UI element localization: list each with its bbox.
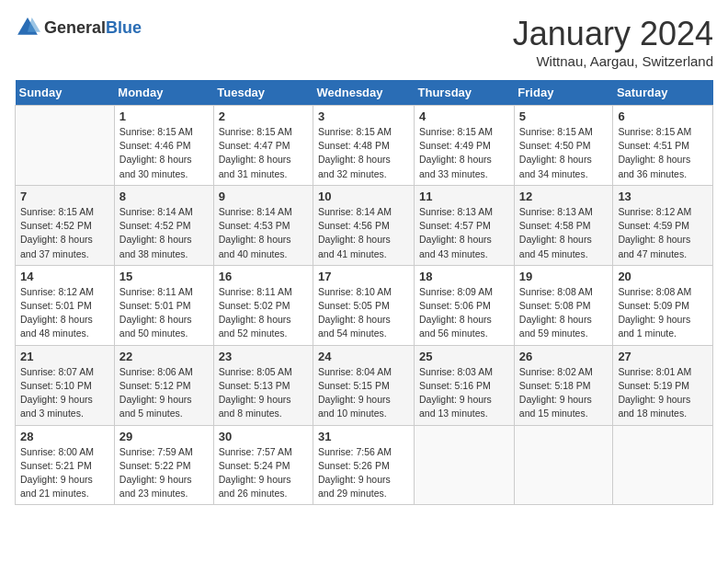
day-info: Sunrise: 7:59 AMSunset: 5:22 PMDaylight:…	[119, 445, 209, 501]
day-number: 1	[119, 109, 209, 123]
day-number: 26	[519, 350, 609, 363]
calendar-cell: 6Sunrise: 8:15 AMSunset: 4:51 PMDaylight…	[613, 106, 713, 186]
calendar-cell	[514, 425, 613, 505]
calendar-cell: 21Sunrise: 8:07 AMSunset: 5:10 PMDayligh…	[16, 345, 115, 425]
calendar-cell: 8Sunrise: 8:14 AMSunset: 4:52 PMDaylight…	[114, 185, 213, 265]
calendar-cell: 4Sunrise: 8:15 AMSunset: 4:49 PMDaylight…	[415, 106, 515, 186]
calendar-cell: 13Sunrise: 8:12 AMSunset: 4:59 PMDayligh…	[613, 185, 713, 265]
calendar-cell: 23Sunrise: 8:05 AMSunset: 5:13 PMDayligh…	[213, 345, 313, 425]
calendar-row: 7Sunrise: 8:15 AMSunset: 4:52 PMDaylight…	[16, 185, 713, 265]
day-info: Sunrise: 7:56 AMSunset: 5:26 PMDaylight:…	[318, 445, 409, 501]
day-number: 22	[119, 350, 209, 363]
col-header-sunday: Sunday	[16, 80, 115, 106]
day-number: 8	[119, 190, 209, 203]
calendar-cell: 26Sunrise: 8:02 AMSunset: 5:18 PMDayligh…	[514, 345, 613, 425]
day-number: 10	[318, 190, 409, 203]
calendar-cell: 2Sunrise: 8:15 AMSunset: 4:47 PMDaylight…	[213, 106, 313, 186]
calendar-cell: 3Sunrise: 8:15 AMSunset: 4:48 PMDaylight…	[313, 106, 415, 186]
day-number: 15	[119, 270, 209, 283]
calendar-cell: 15Sunrise: 8:11 AMSunset: 5:01 PMDayligh…	[114, 265, 213, 345]
day-info: Sunrise: 8:11 AMSunset: 5:01 PMDaylight:…	[119, 285, 209, 341]
calendar-cell: 10Sunrise: 8:14 AMSunset: 4:56 PMDayligh…	[313, 185, 415, 265]
day-number: 25	[419, 350, 509, 363]
day-number: 24	[318, 350, 409, 363]
day-info: Sunrise: 8:15 AMSunset: 4:50 PMDaylight:…	[519, 125, 609, 181]
day-number: 23	[219, 350, 308, 363]
calendar-cell: 27Sunrise: 8:01 AMSunset: 5:19 PMDayligh…	[613, 345, 713, 425]
logo-text-general: General	[44, 18, 106, 37]
day-number: 13	[618, 190, 708, 203]
day-number: 5	[519, 109, 609, 123]
day-info: Sunrise: 8:15 AMSunset: 4:48 PMDaylight:…	[318, 125, 409, 181]
day-number: 14	[20, 270, 109, 283]
day-info: Sunrise: 8:15 AMSunset: 4:49 PMDaylight:…	[419, 125, 509, 181]
day-number: 9	[219, 190, 308, 203]
col-header-thursday: Thursday	[415, 80, 515, 106]
calendar-cell: 5Sunrise: 8:15 AMSunset: 4:50 PMDaylight…	[514, 106, 613, 186]
logo-icon	[15, 15, 40, 40]
location-title: Wittnau, Aargau, Switzerland	[513, 53, 713, 69]
logo: GeneralBlue	[15, 15, 142, 40]
day-info: Sunrise: 8:02 AMSunset: 5:18 PMDaylight:…	[519, 365, 609, 421]
col-header-monday: Monday	[114, 80, 213, 106]
day-info: Sunrise: 8:14 AMSunset: 4:52 PMDaylight:…	[119, 205, 209, 261]
calendar-cell: 25Sunrise: 8:03 AMSunset: 5:16 PMDayligh…	[415, 345, 515, 425]
day-info: Sunrise: 8:00 AMSunset: 5:21 PMDaylight:…	[20, 445, 109, 501]
calendar-cell: 28Sunrise: 8:00 AMSunset: 5:21 PMDayligh…	[16, 425, 115, 505]
day-number: 18	[419, 270, 509, 283]
day-info: Sunrise: 8:14 AMSunset: 4:56 PMDaylight:…	[318, 205, 409, 261]
day-info: Sunrise: 8:10 AMSunset: 5:05 PMDaylight:…	[318, 285, 409, 341]
day-number: 27	[618, 350, 708, 363]
day-info: Sunrise: 8:14 AMSunset: 4:53 PMDaylight:…	[219, 205, 308, 261]
col-header-wednesday: Wednesday	[313, 80, 415, 106]
day-info: Sunrise: 8:04 AMSunset: 5:15 PMDaylight:…	[318, 365, 409, 421]
day-number: 2	[219, 109, 308, 123]
calendar-cell: 7Sunrise: 8:15 AMSunset: 4:52 PMDaylight…	[16, 185, 115, 265]
day-info: Sunrise: 8:15 AMSunset: 4:47 PMDaylight:…	[219, 125, 308, 181]
day-number: 7	[20, 190, 109, 203]
day-number: 3	[318, 109, 409, 123]
day-info: Sunrise: 8:05 AMSunset: 5:13 PMDaylight:…	[219, 365, 308, 421]
day-number: 31	[318, 430, 409, 443]
day-info: Sunrise: 8:13 AMSunset: 4:57 PMDaylight:…	[419, 205, 509, 261]
calendar-cell: 19Sunrise: 8:08 AMSunset: 5:08 PMDayligh…	[514, 265, 613, 345]
calendar-cell: 22Sunrise: 8:06 AMSunset: 5:12 PMDayligh…	[114, 345, 213, 425]
calendar-cell: 31Sunrise: 7:56 AMSunset: 5:26 PMDayligh…	[313, 425, 415, 505]
day-number: 28	[20, 430, 109, 443]
day-number: 30	[219, 430, 308, 443]
calendar-row: 1Sunrise: 8:15 AMSunset: 4:46 PMDaylight…	[16, 106, 713, 186]
day-number: 12	[519, 190, 609, 203]
calendar-cell: 9Sunrise: 8:14 AMSunset: 4:53 PMDaylight…	[213, 185, 313, 265]
calendar-cell: 30Sunrise: 7:57 AMSunset: 5:24 PMDayligh…	[213, 425, 313, 505]
day-info: Sunrise: 7:57 AMSunset: 5:24 PMDaylight:…	[219, 445, 308, 501]
day-number: 29	[119, 430, 209, 443]
calendar-cell	[16, 106, 115, 186]
day-info: Sunrise: 8:15 AMSunset: 4:46 PMDaylight:…	[119, 125, 209, 181]
calendar-cell: 12Sunrise: 8:13 AMSunset: 4:58 PMDayligh…	[514, 185, 613, 265]
day-info: Sunrise: 8:12 AMSunset: 4:59 PMDaylight:…	[618, 205, 708, 261]
calendar-cell: 11Sunrise: 8:13 AMSunset: 4:57 PMDayligh…	[415, 185, 515, 265]
day-number: 11	[419, 190, 509, 203]
day-info: Sunrise: 8:03 AMSunset: 5:16 PMDaylight:…	[419, 365, 509, 421]
day-number: 21	[20, 350, 109, 363]
month-title: January 2024	[513, 15, 713, 53]
day-info: Sunrise: 8:13 AMSunset: 4:58 PMDaylight:…	[519, 205, 609, 261]
day-info: Sunrise: 8:15 AMSunset: 4:52 PMDaylight:…	[20, 205, 109, 261]
calendar-cell: 1Sunrise: 8:15 AMSunset: 4:46 PMDaylight…	[114, 106, 213, 186]
calendar-row: 21Sunrise: 8:07 AMSunset: 5:10 PMDayligh…	[16, 345, 713, 425]
calendar-cell	[613, 425, 713, 505]
logo-text-blue: Blue	[106, 18, 142, 37]
day-info: Sunrise: 8:15 AMSunset: 4:51 PMDaylight:…	[618, 125, 708, 181]
day-info: Sunrise: 8:06 AMSunset: 5:12 PMDaylight:…	[119, 365, 209, 421]
day-number: 16	[219, 270, 308, 283]
day-info: Sunrise: 8:08 AMSunset: 5:09 PMDaylight:…	[618, 285, 708, 341]
col-header-tuesday: Tuesday	[213, 80, 313, 106]
calendar-row: 28Sunrise: 8:00 AMSunset: 5:21 PMDayligh…	[16, 425, 713, 505]
col-header-friday: Friday	[514, 80, 613, 106]
calendar-cell: 18Sunrise: 8:09 AMSunset: 5:06 PMDayligh…	[415, 265, 515, 345]
day-info: Sunrise: 8:09 AMSunset: 5:06 PMDaylight:…	[419, 285, 509, 341]
day-info: Sunrise: 8:08 AMSunset: 5:08 PMDaylight:…	[519, 285, 609, 341]
day-number: 19	[519, 270, 609, 283]
calendar-cell: 17Sunrise: 8:10 AMSunset: 5:05 PMDayligh…	[313, 265, 415, 345]
calendar-cell: 16Sunrise: 8:11 AMSunset: 5:02 PMDayligh…	[213, 265, 313, 345]
